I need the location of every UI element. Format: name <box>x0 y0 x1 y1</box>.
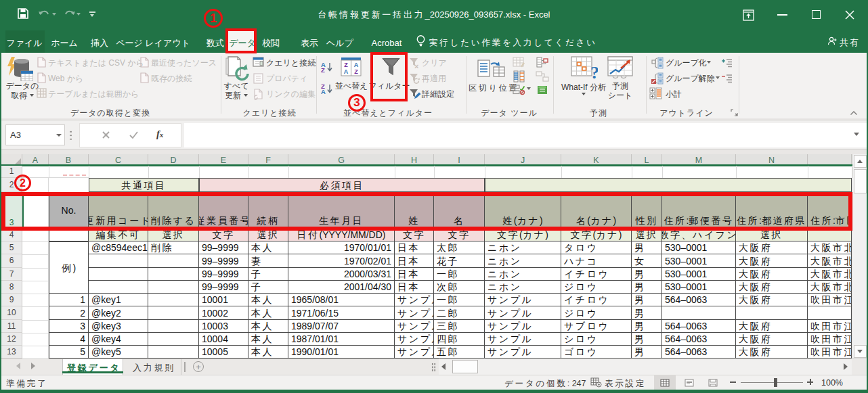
svg-text:A: A <box>354 62 359 68</box>
svg-text:?: ? <box>590 63 598 82</box>
svg-text:Z: Z <box>354 68 358 75</box>
svg-text:A: A <box>344 68 349 75</box>
svg-text:Z: Z <box>344 62 348 68</box>
